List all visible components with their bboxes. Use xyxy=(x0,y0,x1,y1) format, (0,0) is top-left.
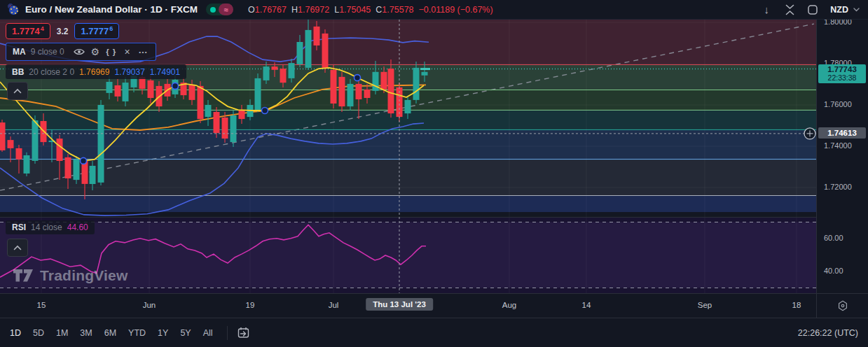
range-3m-button[interactable]: 3M xyxy=(80,328,92,338)
price-axis-label: 1.76000 xyxy=(824,100,852,108)
eu-flag-icon xyxy=(8,5,19,15)
ask-price: 1.7777 xyxy=(81,26,109,36)
currency-label: NZD xyxy=(830,5,848,15)
crosshair-date-badge: Thu 13 Jul '23 xyxy=(366,298,433,311)
more-icon[interactable]: ••• xyxy=(138,49,149,55)
chevron-up-icon xyxy=(13,88,22,94)
rsi-axis-label: 60.00 xyxy=(824,234,843,242)
indicator-name: BB xyxy=(12,67,24,77)
chevron-down-icon xyxy=(853,8,860,12)
fullscreen-button[interactable] xyxy=(804,1,822,18)
time-axis-label: 14 xyxy=(582,301,591,309)
clock-utc[interactable]: 22:26:22 (UTC) xyxy=(798,328,858,338)
ohlc-label: C xyxy=(376,5,382,15)
ma-anchor-point[interactable] xyxy=(172,83,179,89)
bb-upper-value: 1.79037 xyxy=(114,67,144,77)
time-axis-label: Sep xyxy=(698,301,712,309)
chart-area: 1.77744 3.2 1.77776 MA 9 close 0 ⚙ { } ×… xyxy=(0,20,816,293)
collapse-pane-button[interactable] xyxy=(780,1,799,18)
collapse-expand-icon xyxy=(785,4,795,15)
indicator-params: 14 close xyxy=(31,222,62,232)
price-change: −0.01189 (−0.67%) xyxy=(419,5,493,15)
range-6m-button[interactable]: 6M xyxy=(104,328,116,338)
ohlc-value: 1.76767 xyxy=(255,5,287,15)
top-toolbar: Euro / New Zealand Dollar · 1D · FXCM ≈ … xyxy=(0,0,868,20)
collapse-rsi-pane-button[interactable] xyxy=(7,239,28,257)
spread-value: 3.2 xyxy=(57,27,69,36)
rsi-axis-label: 40.00 xyxy=(824,267,843,275)
chevron-up-icon xyxy=(13,245,22,250)
indicator-row-rsi[interactable]: RSI 14 close 44.60 xyxy=(6,220,95,234)
fullscreen-icon xyxy=(807,4,818,15)
approx-price-icon: ≈ xyxy=(219,3,233,15)
ohlc-value: 1.75045 xyxy=(339,5,371,15)
indicator-params: 9 close 0 xyxy=(31,47,64,57)
order-entry-row: 1.77744 3.2 1.77776 xyxy=(6,23,119,39)
scale-settings-icon xyxy=(836,299,850,313)
time-axis-label: Jun xyxy=(143,301,156,309)
ohlc-value: 1.75578 xyxy=(382,5,413,15)
time-axis[interactable]: Thu 13 Jul '23 15Jun19JulAug14Sep18 xyxy=(0,293,816,318)
date-range-buttons: 1D5D1M3M6MYTD1Y5YAll xyxy=(10,328,225,338)
time-axis-label: 15 xyxy=(37,301,46,309)
ma-anchor-point[interactable] xyxy=(262,108,268,114)
indicator-name: MA xyxy=(13,47,26,57)
range-ytd-button[interactable]: YTD xyxy=(128,328,146,338)
range-all-button[interactable]: All xyxy=(203,328,213,338)
ma-anchor-point[interactable] xyxy=(354,75,361,81)
time-axis-label: 18 xyxy=(792,301,801,309)
last-price: 1.77743 xyxy=(818,65,866,73)
indicator-row-ma[interactable]: MA 9 close 0 ⚙ { } × ••• xyxy=(6,43,156,61)
ohlc-label: H xyxy=(291,5,298,15)
calendar-goto-icon xyxy=(237,326,250,339)
bb-basis-value: 1.76969 xyxy=(79,67,109,77)
toolbar-divider xyxy=(227,326,228,340)
time-axis-label: 19 xyxy=(246,301,255,309)
go-to-date-button[interactable] xyxy=(237,326,250,339)
range-5d-button[interactable]: 5D xyxy=(33,328,44,338)
market-status-toggle[interactable]: ≈ xyxy=(206,3,233,15)
source-code-icon[interactable]: { } xyxy=(106,48,117,56)
watermark-text: TradingView xyxy=(40,267,128,284)
rsi-value: 44.60 xyxy=(67,222,88,232)
gear-icon[interactable]: ⚙ xyxy=(90,46,101,57)
range-5y-button[interactable]: 5Y xyxy=(180,328,191,338)
crosshair-price-badge: 1.74613 xyxy=(818,127,866,139)
range-1d-button[interactable]: 1D xyxy=(10,328,21,338)
tradingview-watermark: TradingView xyxy=(13,267,128,284)
symbol-title[interactable]: Euro / New Zealand Dollar · 1D · FXCM xyxy=(25,4,198,15)
ohlc-values: O1.76767H1.76972L1.75045C1.75578−0.01189… xyxy=(243,5,493,15)
market-open-dot-icon xyxy=(210,7,216,13)
tradingview-chart-window: Euro / New Zealand Dollar · 1D · FXCM ≈ … xyxy=(0,0,868,347)
ohlc-value: 1.76972 xyxy=(298,5,329,15)
close-icon[interactable]: × xyxy=(122,46,133,57)
indicator-name: RSI xyxy=(12,222,26,232)
bar-countdown: 22:33:38 xyxy=(818,73,866,82)
indicator-params: 20 close 2 0 xyxy=(29,67,74,77)
price-axis-label: 1.72000 xyxy=(824,183,852,191)
collapse-main-pane-button[interactable] xyxy=(7,82,28,100)
buy-price-button[interactable]: 1.77776 xyxy=(74,23,119,39)
currency-dropdown[interactable]: NZD xyxy=(830,5,860,15)
price-axis-label: 1.74000 xyxy=(824,141,852,150)
range-1y-button[interactable]: 1Y xyxy=(158,328,168,338)
range-1m-button[interactable]: 1M xyxy=(56,328,68,338)
axis-settings-corner[interactable] xyxy=(816,293,868,318)
symbol-flag-icon[interactable] xyxy=(7,3,20,16)
download-icon: ↓ xyxy=(764,3,770,15)
bid-price: 1.7774 xyxy=(12,26,40,36)
bottom-toolbar: 1D5D1M3M6MYTD1Y5YAll 22:26:22 (UTC) xyxy=(0,318,868,347)
download-button[interactable]: ↓ xyxy=(757,1,776,18)
price-scale[interactable]: 40.0060.001.720001.740001.760001.780001.… xyxy=(816,20,868,293)
indicator-row-bb[interactable]: BB 20 close 2 0 1.76969 1.79037 1.74901 xyxy=(6,64,186,79)
ohlc-label: O xyxy=(248,5,255,15)
last-price-badge: 1.77743 22:33:38 xyxy=(818,64,866,83)
eye-icon[interactable] xyxy=(74,48,85,56)
ma-anchor-point[interactable] xyxy=(81,157,87,164)
sell-price-button[interactable]: 1.77744 xyxy=(6,23,50,39)
time-axis-label: Aug xyxy=(502,301,516,309)
bb-lower-value: 1.74901 xyxy=(150,67,180,77)
time-axis-label: Jul xyxy=(329,301,339,309)
tradingview-logo-icon xyxy=(13,267,34,284)
